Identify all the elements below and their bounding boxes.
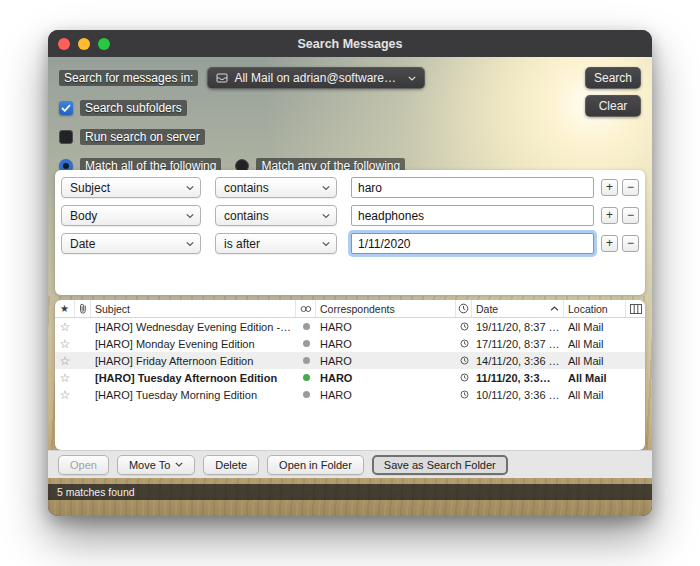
open-in-folder-button[interactable]: Open in Folder <box>267 455 364 475</box>
location-column-header[interactable]: Location <box>564 300 626 317</box>
remove-criteria-button[interactable]: − <box>622 179 639 196</box>
criteria-row: Subject contains + − <box>61 177 639 198</box>
received-column-header[interactable] <box>456 300 472 317</box>
search-header: Search for messages in: All Mail on adri… <box>48 57 652 170</box>
message-location: All Mail <box>564 372 626 384</box>
search-messages-window: Search Messages Search for messages in: … <box>48 30 652 516</box>
status-bar: 5 matches found <box>48 484 652 500</box>
chevron-down-icon <box>322 185 330 190</box>
message-subject: [HARO] Tuesday Afternoon Edition <box>91 372 296 384</box>
criteria-operator-value: contains <box>224 209 269 223</box>
star-outline-icon[interactable]: ☆ <box>60 389 71 401</box>
read-status-cell[interactable] <box>296 357 316 364</box>
message-location: All Mail <box>564 355 626 367</box>
criteria-field-value: Subject <box>70 181 110 195</box>
message-location: All Mail <box>564 338 626 350</box>
criteria-value-input[interactable] <box>351 177 594 198</box>
received-cell <box>456 373 472 382</box>
criteria-operator-value: is after <box>224 237 260 251</box>
criteria-row: Date is after + − <box>61 233 639 254</box>
received-cell <box>456 339 472 348</box>
message-location: All Mail <box>564 389 626 401</box>
add-criteria-button[interactable]: + <box>601 235 618 252</box>
table-row[interactable]: ☆ [HARO] Wednesday Evening Edition - … H… <box>55 318 645 335</box>
message-correspondents: HARO <box>316 321 456 333</box>
correspondents-column-header[interactable]: Correspondents <box>316 300 456 317</box>
save-as-search-folder-button[interactable]: Save as Search Folder <box>372 455 508 475</box>
chevron-down-icon <box>186 185 194 190</box>
read-dot <box>303 340 310 347</box>
read-status-cell[interactable] <box>296 374 316 381</box>
read-status-cell[interactable] <box>296 391 316 398</box>
message-correspondents: HARO <box>316 355 456 367</box>
message-location: All Mail <box>564 321 626 333</box>
table-row[interactable]: ☆ [HARO] Monday Evening Edition HARO 17/… <box>55 335 645 352</box>
run-on-server-checkbox[interactable] <box>59 130 73 144</box>
read-status-cell[interactable] <box>296 323 316 330</box>
read-column-header[interactable] <box>296 300 316 317</box>
clear-button[interactable]: Clear <box>585 95 641 117</box>
star-column-header[interactable]: ★ <box>55 300 75 317</box>
remove-criteria-button[interactable]: − <box>622 207 639 224</box>
star-icon: ★ <box>60 303 69 314</box>
titlebar[interactable]: Search Messages <box>48 30 652 57</box>
clock-icon <box>460 356 469 365</box>
add-criteria-button[interactable]: + <box>601 207 618 224</box>
read-dot <box>303 391 310 398</box>
criteria-field-select[interactable]: Subject <box>61 177 201 198</box>
delete-button[interactable]: Delete <box>203 455 259 475</box>
unread-dot <box>303 374 310 381</box>
close-button[interactable] <box>58 38 70 50</box>
read-status-cell[interactable] <box>296 340 316 347</box>
criteria-field-select[interactable]: Body <box>61 205 201 226</box>
chevron-down-icon <box>186 241 194 246</box>
star-outline-icon[interactable]: ☆ <box>60 338 71 350</box>
attachment-column-header[interactable] <box>75 300 91 317</box>
column-picker-button[interactable] <box>626 300 645 317</box>
chevron-down-icon <box>408 76 416 81</box>
search-subfolders-checkbox[interactable] <box>59 101 73 115</box>
read-dot <box>303 323 310 330</box>
criteria-value-input[interactable] <box>351 205 594 226</box>
search-in-label: Search for messages in: <box>59 70 198 86</box>
criteria-value-input[interactable] <box>351 233 594 254</box>
criteria-operator-value: contains <box>224 181 269 195</box>
add-criteria-button[interactable]: + <box>601 179 618 196</box>
folder-selector[interactable]: All Mail on adrian@softwarehow.com <box>207 67 425 89</box>
message-subject: [HARO] Wednesday Evening Edition - … <box>91 321 296 333</box>
message-correspondents: HARO <box>316 389 456 401</box>
sort-ascending-icon <box>550 306 559 311</box>
open-button[interactable]: Open <box>58 455 109 475</box>
chevron-down-icon <box>186 213 194 218</box>
table-row[interactable]: ☆ [HARO] Friday Afternoon Edition HARO 1… <box>55 352 645 369</box>
received-cell <box>456 390 472 399</box>
star-outline-icon[interactable]: ☆ <box>60 355 71 367</box>
minimize-button[interactable] <box>78 38 90 50</box>
star-outline-icon[interactable]: ☆ <box>60 372 71 384</box>
check-icon <box>61 104 71 112</box>
criteria-operator-select[interactable]: contains <box>215 177 337 198</box>
subject-column-header[interactable]: Subject <box>91 300 296 317</box>
criteria-operator-select[interactable]: is after <box>215 233 337 254</box>
table-row[interactable]: ☆ [HARO] Tuesday Afternoon Edition HARO … <box>55 369 645 386</box>
star-outline-icon[interactable]: ☆ <box>60 321 71 333</box>
remove-criteria-button[interactable]: − <box>622 235 639 252</box>
move-to-label: Move To <box>129 459 170 471</box>
move-to-button[interactable]: Move To <box>117 455 195 475</box>
date-column-header[interactable]: Date <box>472 300 564 317</box>
criteria-field-select[interactable]: Date <box>61 233 201 254</box>
criteria-operator-select[interactable]: contains <box>215 205 337 226</box>
message-correspondents: HARO <box>316 372 456 384</box>
criteria-row: Body contains + − <box>61 205 639 226</box>
message-subject: [HARO] Monday Evening Edition <box>91 338 296 350</box>
window-title: Search Messages <box>298 37 403 51</box>
message-subject: [HARO] Tuesday Morning Edition <box>91 389 296 401</box>
criteria-field-value: Date <box>70 237 95 251</box>
column-picker-icon <box>630 304 642 314</box>
table-row[interactable]: ☆ [HARO] Tuesday Morning Edition HARO 10… <box>55 386 645 403</box>
clock-icon <box>460 339 469 348</box>
traffic-lights <box>58 38 110 50</box>
zoom-button[interactable] <box>98 38 110 50</box>
search-button[interactable]: Search <box>585 67 641 89</box>
received-cell <box>456 322 472 331</box>
